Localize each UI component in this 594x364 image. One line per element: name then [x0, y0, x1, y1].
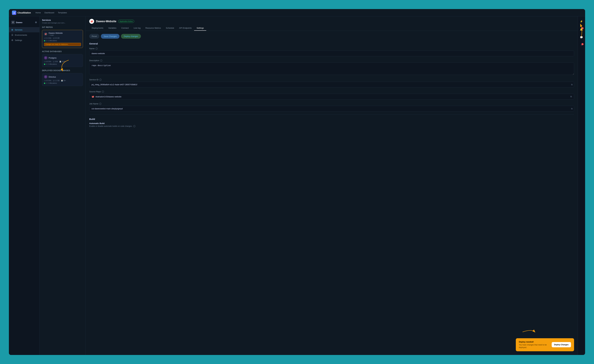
build-section: Build Automatic Build Enable or disable …: [89, 118, 574, 127]
directus-icon: ⟳: [44, 75, 47, 79]
activity-icon-btn[interactable]: ⚡: [579, 19, 584, 24]
tab-deployments[interactable]: Deployments: [89, 26, 106, 31]
pg-mem-icon: ◫: [53, 61, 54, 62]
auto-build-group: Automatic Build Enable or disable automa…: [89, 122, 574, 127]
left-sidebar: P Daweo ⚙ ⊞ Services ☰ Environments ⚙ Se…: [9, 16, 40, 355]
app-header: 🐙 Daweo-Website Application Active Deplo…: [86, 16, 578, 31]
project-icon: P: [11, 21, 15, 24]
description-input[interactable]: repo description: [89, 63, 574, 75]
deploy-button[interactable]: Deploy changes: [121, 34, 141, 39]
nav-home[interactable]: Home: [35, 12, 41, 14]
postgres-name: Postgres: [49, 57, 56, 59]
postgres-icon: ⟳: [44, 56, 47, 60]
source-repo-field: 🐙 nbahadori143/daweo-website ⧉: [89, 94, 574, 100]
directus-card-header: ⟳ Directus: [44, 75, 81, 79]
service-name: Daweo-Website: [49, 32, 63, 34]
name-field-group: Name i: [89, 47, 574, 56]
service-id-input[interactable]: [89, 82, 574, 88]
sidebar-item-services-label: Services: [15, 29, 22, 31]
chat-icon-btn[interactable]: 💬: [579, 35, 584, 40]
app-title-row: 🐙 Daweo-Website Application Active: [89, 19, 574, 24]
branch-icon-sm: ⑂: [49, 34, 50, 36]
app-tabs: Deployments Variables Connect Live log R…: [89, 26, 574, 31]
app-status-badge: Application Active: [118, 20, 134, 23]
deployed-docker-label: Deployed Docker images: [42, 69, 83, 72]
deploy-notification: Deploy needed! You have changes that nee…: [516, 338, 574, 351]
source-repo-label: Source Repo i: [89, 90, 574, 93]
tab-settings[interactable]: Settings: [194, 26, 206, 31]
activity-icon: ⚡: [580, 20, 583, 23]
general-section-title: General: [89, 42, 574, 45]
description-label: Description i: [89, 59, 574, 62]
source-repo-group: Source Repo i 🐙 nbahadori143/daweo-websi…: [89, 90, 574, 100]
job-name-group: Job Name i ⧉: [89, 103, 574, 111]
tab-resource-metrics[interactable]: Resource Metrics: [143, 26, 163, 31]
git-repos-label: Git Repos: [42, 26, 83, 28]
deploy-notification-button[interactable]: Deploy Changes: [552, 342, 571, 347]
mem-stat: ◫ 0.5 GB: [53, 37, 60, 39]
service-card-daweo[interactable]: 🐙 Daweo-Website ⑂ main ◻ 0.1 GHz: [42, 30, 83, 48]
sidebar-item-settings-label: Settings: [15, 39, 22, 41]
settings-icon: ⚙: [11, 39, 13, 41]
allocations-row: 1 / 1 Allocations: [44, 40, 81, 41]
logo-icon: ☁: [12, 11, 16, 15]
pg-cpu-icon: ◻: [44, 61, 45, 62]
directus-alloc: 1 / 1 Allocations: [44, 82, 81, 84]
bell-icon-btn[interactable]: 🔔 5: [579, 27, 584, 32]
deploy-notification-title: Deploy needed!: [519, 341, 549, 343]
tab-live-log[interactable]: Live log: [131, 26, 143, 31]
branch-icon-btn[interactable]: ⑂ 1: [579, 43, 584, 48]
tab-schedule[interactable]: Schedule: [163, 26, 177, 31]
directus-stats: ◻ 0.5 GHz ◫ 1.1 GB 💾 30+: [44, 80, 81, 81]
service-id-label: Service ID i: [89, 79, 574, 81]
sidebar-item-services[interactable]: ⊞ Services: [9, 27, 39, 32]
source-repo-copy-button[interactable]: ⧉: [570, 95, 572, 98]
service-card-postgres[interactable]: ⟳ Postgres ◻ 0.6 GHz ◫ 1GB 💾 10GB: [42, 54, 83, 67]
name-info-icon: i: [95, 47, 98, 50]
main-content: 🐙 Daweo-Website Application Active Deplo…: [86, 16, 578, 355]
project-settings-icon[interactable]: ⚙: [35, 21, 37, 24]
logo[interactable]: ☁ CloudStation: [12, 11, 31, 15]
auto-build-info-icon: i: [133, 125, 135, 127]
postgres-stats: ◻ 0.6 GHz ◫ 1GB 💾 10GB: [44, 61, 81, 62]
top-navigation: ☁ CloudStation Home Dashboard Templates: [9, 9, 585, 16]
bell-badge: 5: [581, 27, 584, 29]
nav-dashboard[interactable]: Dashboard: [44, 12, 54, 14]
pg-alloc-dot: [44, 64, 45, 65]
job-name-input[interactable]: [89, 106, 574, 111]
services-subtitle: Create and manage your serv...: [42, 22, 83, 24]
job-name-label: Job Name i: [89, 103, 574, 105]
description-info-icon: i: [100, 60, 102, 62]
description-field-group: Description i repo description: [89, 59, 574, 75]
source-repo-github-icon: 🐙: [92, 95, 94, 98]
github-icon-small: 🐙: [44, 32, 47, 36]
sidebar-item-environments[interactable]: ☰ Environments: [9, 32, 39, 38]
tab-connect[interactable]: Connect: [119, 26, 131, 31]
job-name-info-icon: i: [99, 103, 101, 105]
cpu-icon: ◻: [44, 37, 45, 39]
source-repo-info-icon: i: [102, 91, 104, 93]
service-stats: ◻ 0.1 GHz ◫ 0.5 GB: [44, 37, 81, 39]
alloc-dot: [44, 40, 45, 41]
app-github-icon: 🐙: [89, 19, 94, 24]
service-id-copy-button[interactable]: ⧉: [571, 83, 573, 86]
nav-templates[interactable]: Templates: [58, 12, 67, 14]
project-header: P Daweo ⚙: [9, 20, 39, 25]
sidebar-item-environments-label: Environments: [15, 34, 27, 36]
directus-name: Directus: [49, 76, 56, 78]
auto-build-subtitle: Enable or disable automatic builds on co…: [89, 125, 574, 127]
nav-links: Home Dashboard Templates: [35, 12, 67, 14]
project-name: Daweo: [16, 21, 22, 24]
tab-variables[interactable]: Variables: [106, 26, 119, 31]
dir-disk-icon: 💾: [61, 80, 63, 81]
dir-alloc-dot: [44, 83, 45, 84]
sidebar-item-settings[interactable]: ⚙ Settings: [9, 38, 39, 43]
source-repo-value: nbahadori143/daweo-website: [95, 95, 569, 98]
service-card-directus[interactable]: ⟳ Directus ◻ 0.5 GHz ◫ 1.1 GB 💾 30+: [42, 73, 83, 86]
deploy-notification-body: You have changes that need to be deploye…: [519, 344, 549, 349]
reset-button[interactable]: Reset: [89, 34, 99, 39]
save-button[interactable]: Save Changes: [101, 34, 119, 39]
tab-api-endpoints[interactable]: API Endpoints: [177, 26, 194, 31]
job-name-copy-button[interactable]: ⧉: [571, 108, 573, 110]
name-input[interactable]: [89, 51, 574, 56]
